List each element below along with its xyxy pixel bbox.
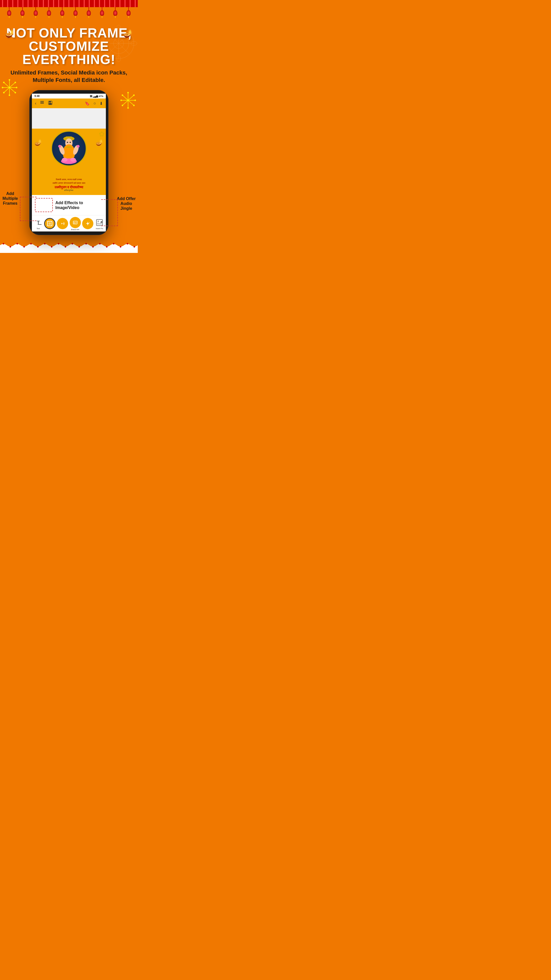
svg-point-88 [92, 246, 94, 248]
svg-rect-47 [49, 101, 51, 103]
wifi-signal: ▂▄▆ [93, 95, 98, 97]
svg-point-75 [3, 243, 4, 245]
svg-point-91 [113, 243, 114, 245]
audio-tool-icon-circle [57, 218, 68, 229]
svg-rect-44 [40, 103, 44, 103]
svg-point-81 [44, 243, 46, 245]
svg-point-72 [97, 221, 99, 222]
diya-left-icon: 🪔 [5, 29, 14, 38]
lantern-1 [7, 7, 11, 18]
tool-insert-pic[interactable]: Insert Pic [95, 218, 104, 229]
lantern-5 [60, 7, 64, 18]
svg-point-68 [74, 223, 75, 224]
status-time: 9:48 [35, 95, 40, 97]
text-tool-icon: T͟ [37, 220, 40, 225]
dot-menu-icon[interactable]: ○ [94, 101, 96, 106]
svg-point-62 [65, 146, 72, 148]
svg-rect-48 [49, 103, 52, 104]
insert-pic-label: Insert Pic [96, 228, 103, 229]
marathi-text-large: लक्ष्मीपूजन व दीपावलीच्या [35, 185, 103, 189]
phone-device: 9:48 🖼 ▂▄▆ 47% ‹ [29, 90, 108, 235]
svg-point-93 [127, 243, 128, 245]
preview-white-area [32, 108, 106, 129]
effects-title: Add Effects to Image/Video [56, 200, 103, 210]
main-container: 🪔 🪔 NOT ONLY FRAME, CUSTOMIZE EVERYTHING… [0, 0, 138, 253]
hero-title-line2: CUSTOMIZE EVERYTHING! [5, 40, 133, 66]
brand-info-label: Brand Info [71, 229, 79, 231]
tool-effects[interactable] [82, 218, 94, 230]
svg-point-78 [24, 246, 25, 248]
bookmark-icon[interactable]: 🔖 [85, 101, 90, 106]
effects-tool-icon-circle [82, 218, 94, 229]
svg-point-83 [58, 243, 59, 245]
svg-point-61 [77, 145, 79, 148]
svg-point-85 [72, 243, 73, 245]
notification-icon: 🖼 [90, 95, 92, 97]
svg-rect-66 [73, 221, 77, 224]
festival-image-area: 🪔 🪔 ✿ [32, 129, 106, 195]
battery-level: 47% [99, 95, 103, 97]
marathi-text-subtitle: हार्दिक शुभेच्छा [35, 189, 103, 191]
back-button[interactable]: ‹ [35, 101, 36, 106]
svg-point-82 [51, 246, 52, 248]
phone-mockup-wrapper: 9:48 🖼 ▂▄▆ 47% ‹ [0, 88, 138, 238]
svg-point-76 [10, 246, 11, 248]
svg-rect-43 [40, 102, 44, 103]
effects-section: Add Effects to Image/Video [32, 195, 106, 215]
tool-audio[interactable] [57, 218, 68, 230]
svg-point-56 [62, 158, 68, 162]
hero-section: 🪔 🪔 NOT ONLY FRAME, CUSTOMIZE EVERYTHING… [0, 21, 138, 86]
svg-point-90 [106, 246, 108, 248]
lantern-3 [34, 7, 38, 18]
lantern-4 [47, 7, 51, 18]
svg-point-53 [70, 142, 71, 143]
svg-rect-45 [40, 101, 44, 102]
hero-title-line1: NOT ONLY FRAME, [5, 26, 133, 40]
diya-ornament-right: 🪔 [96, 139, 103, 146]
lanterns-row [0, 7, 138, 21]
lantern-9 [113, 7, 118, 18]
top-border-decoration [0, 0, 138, 7]
lakshmi-goddess-image [51, 130, 87, 166]
svg-point-92 [120, 246, 121, 248]
hero-subtitle: Unlimited Frames, Social Media icon Pack… [5, 69, 133, 84]
flower-ornament-right: ✿ [99, 130, 105, 138]
svg-point-52 [67, 142, 68, 143]
frame-tool-icon-circle [44, 218, 56, 229]
bottom-toolbar: T͟ Text [32, 215, 106, 231]
status-icons: 🖼 ▂▄▆ 47% [90, 95, 103, 97]
tool-frame[interactable] [44, 218, 56, 230]
svg-point-94 [134, 246, 135, 248]
effects-dashed-placeholder [35, 198, 53, 212]
svg-point-60 [58, 145, 61, 148]
svg-rect-64 [48, 222, 51, 225]
layers-icon[interactable] [40, 100, 44, 106]
svg-point-84 [65, 246, 66, 248]
save-icon[interactable] [48, 100, 52, 106]
toolbar-right-icons: 🔖 ○ ⬇ [85, 101, 103, 106]
tool-brand-info[interactable]: Brand Info [70, 217, 81, 231]
phone-screen: ‹ [32, 99, 106, 231]
svg-point-77 [17, 243, 18, 245]
download-icon[interactable]: ⬇ [100, 101, 103, 106]
svg-point-89 [99, 243, 101, 245]
marathi-text-line2: लक्ष्मीचे आगमन सोनपावलांनी द्यावे एकदम ख… [35, 182, 103, 185]
text-tool-label: Text [37, 228, 40, 229]
phone-label-section: Add Multiple Frames Add Offer Audio Jing… [0, 86, 138, 242]
lantern-10 [127, 7, 130, 18]
marathi-text-line1: दिव्यांची आरास, मनाचा वाढवी उत्साह [35, 178, 103, 181]
insert-pic-icon [96, 219, 103, 226]
lantern-2 [21, 7, 24, 18]
svg-point-80 [37, 246, 39, 248]
diya-ornament-left: 🪔 [35, 139, 42, 146]
tool-text[interactable]: T͟ Text [34, 218, 43, 229]
diya-right-icon: 🪔 [123, 29, 133, 38]
svg-point-87 [86, 243, 87, 245]
lantern-7 [87, 7, 91, 18]
lantern-8 [100, 7, 104, 18]
bottom-scalloped-border [0, 243, 138, 253]
svg-point-79 [30, 243, 32, 245]
app-toolbar: ‹ [32, 99, 106, 108]
label-add-offer-audio-jingle: Add Offer Audio Jingle [115, 196, 138, 211]
svg-point-86 [79, 246, 80, 248]
